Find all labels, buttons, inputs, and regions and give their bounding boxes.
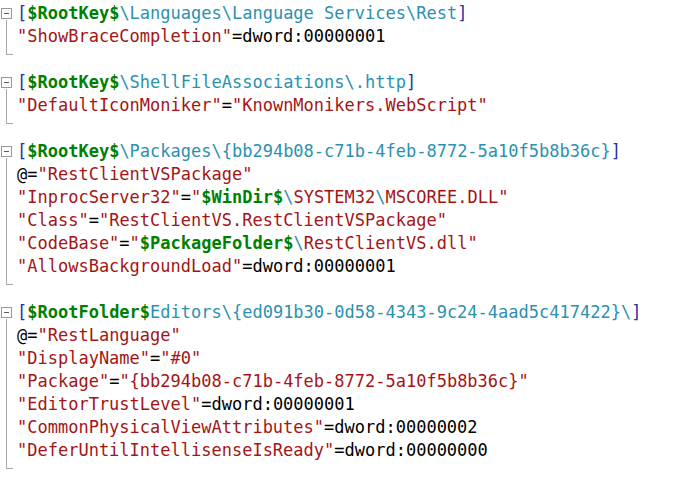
code-token: "#0" (160, 348, 201, 368)
code-token: =dword:00000001 (242, 256, 396, 276)
code-token: " (498, 187, 508, 207)
code-token: "KnownMonikers.WebScript" (232, 95, 488, 115)
code-token: "ShowBraceCompletion" (17, 26, 232, 46)
code-token: ] (611, 141, 621, 161)
code-token: "AllowsBackgroundLoad" (17, 256, 242, 276)
code-token: "RestClientVS.RestClientVSPackage" (99, 210, 447, 230)
code-token: " (191, 187, 201, 207)
code-token: "DeferUntilIntellisenseIsReady" (17, 440, 334, 460)
code-token: [ (17, 302, 27, 322)
code-token: =dword:00000001 (201, 394, 355, 414)
collapse-minus-icon[interactable] (1, 307, 12, 318)
code-token: "DisplayName" (17, 348, 150, 368)
code-line[interactable]: [$RootKey$\Packages\{bb294b08-c71b-4feb-… (17, 140, 688, 163)
code-token: ] (406, 72, 416, 92)
code-token: $RootKey$ (27, 72, 119, 92)
code-token: "{bb294b08-c71b-4feb-8772-5a10f5b8b36c}" (119, 371, 528, 391)
pkgdef-section-4: [$RootFolder$Editors\{ed091b30-0d58-4343… (0, 301, 688, 462)
code-token: \ (293, 233, 303, 253)
pkgdef-section-1: [$RootKey$\Languages\Language Services\R… (0, 2, 688, 48)
outline-guide-line (6, 89, 13, 124)
outline-guide-line (6, 319, 13, 469)
code-line[interactable]: "CodeBase"="$PackageFolder$\RestClientVS… (17, 232, 688, 255)
collapse-minus-icon[interactable] (1, 8, 12, 19)
code-token: "Package" (17, 371, 109, 391)
code-token: =dword:00000000 (334, 440, 488, 460)
code-token: [ (17, 72, 27, 92)
code-token: " (467, 233, 477, 253)
code-token: @= (17, 325, 37, 345)
code-token: Editors\{ed091b30-0d58-4343-9c24-4aad5c4… (150, 302, 631, 322)
code-line[interactable]: "InprocServer32"="$WinDir$\SYSTEM32\MSCO… (17, 186, 688, 209)
code-line[interactable]: "CommonPhysicalViewAttributes"=dword:000… (17, 416, 688, 439)
code-token: "DefaultIconMoniker" (17, 95, 222, 115)
code-token: "EditorTrustLevel" (17, 394, 201, 414)
code-token: = (109, 371, 119, 391)
code-token: $RootKey$ (27, 141, 119, 161)
code-token: MSCOREE.DLL (386, 187, 499, 207)
code-token: \ShellFileAssociations\.http (119, 72, 406, 92)
pkgdef-section-3: [$RootKey$\Packages\{bb294b08-c71b-4feb-… (0, 140, 688, 278)
code-line[interactable]: [$RootKey$\ShellFileAssociations\.http] (17, 71, 688, 94)
code-line[interactable]: "Class"="RestClientVS.RestClientVSPackag… (17, 209, 688, 232)
code-token: [ (17, 3, 27, 23)
code-line[interactable]: [$RootKey$\Languages\Language Services\R… (17, 2, 688, 25)
code-line[interactable]: "Package"="{bb294b08-c71b-4feb-8772-5a10… (17, 370, 688, 393)
code-token: \ (375, 187, 385, 207)
code-token: = (181, 187, 191, 207)
outline-guide-line (6, 158, 13, 285)
collapse-minus-icon[interactable] (1, 77, 12, 88)
code-token: RestClientVS.dll (304, 233, 468, 253)
code-line[interactable]: @="RestLanguage" (17, 324, 688, 347)
code-token: "Class" (17, 210, 89, 230)
code-line[interactable]: @="RestClientVSPackage" (17, 163, 688, 186)
code-token: = (150, 348, 160, 368)
code-token: $WinDir$ (201, 187, 283, 207)
code-token: "CodeBase" (17, 233, 119, 253)
code-token: ] (457, 3, 467, 23)
code-token: = (222, 95, 232, 115)
collapse-minus-icon[interactable] (1, 146, 12, 157)
code-token: $PackageFolder$ (140, 233, 294, 253)
code-token: "InprocServer32" (17, 187, 181, 207)
pkgdef-section-2: [$RootKey$\ShellFileAssociations\.http]"… (0, 71, 688, 117)
code-token: =dword:00000002 (324, 417, 478, 437)
code-token: " (130, 233, 140, 253)
code-token: SYSTEM32 (293, 187, 375, 207)
code-token: \ (283, 187, 293, 207)
code-token: "RestLanguage" (37, 325, 180, 345)
code-token: = (89, 210, 99, 230)
code-token: ] (631, 302, 641, 322)
code-token: = (119, 233, 129, 253)
code-line[interactable]: "DeferUntilIntellisenseIsReady"=dword:00… (17, 439, 688, 462)
code-line[interactable]: "DisplayName"="#0" (17, 347, 688, 370)
code-token: @= (17, 164, 37, 184)
code-line[interactable]: "AllowsBackgroundLoad"=dword:00000001 (17, 255, 688, 278)
code-token: "RestClientVSPackage" (37, 164, 252, 184)
code-token: $RootFolder$ (27, 302, 150, 322)
code-token: [ (17, 141, 27, 161)
code-line[interactable]: "ShowBraceCompletion"=dword:00000001 (17, 25, 688, 48)
code-token: =dword:00000001 (232, 26, 386, 46)
code-line[interactable]: "EditorTrustLevel"=dword:00000001 (17, 393, 688, 416)
pkgdef-editor[interactable]: [$RootKey$\Languages\Language Services\R… (0, 0, 688, 483)
outline-guide-line (6, 20, 13, 55)
code-token: \Languages\Language Services\Rest (119, 3, 457, 23)
code-token: "CommonPhysicalViewAttributes" (17, 417, 324, 437)
code-line[interactable]: [$RootFolder$Editors\{ed091b30-0d58-4343… (17, 301, 688, 324)
code-token: $RootKey$ (27, 3, 119, 23)
code-line[interactable]: "DefaultIconMoniker"="KnownMonikers.WebS… (17, 94, 688, 117)
code-token: \Packages\{bb294b08-c71b-4feb-8772-5a10f… (119, 141, 610, 161)
